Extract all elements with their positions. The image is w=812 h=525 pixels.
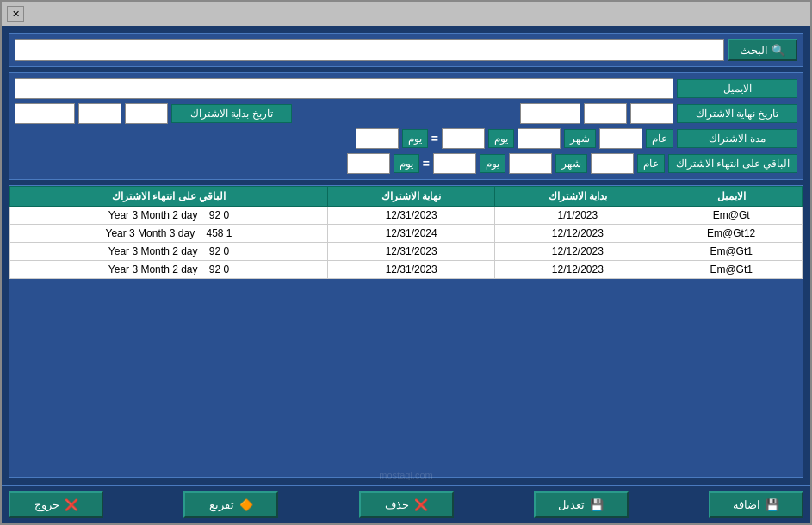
duration-day-to-input[interactable]	[356, 128, 399, 149]
cell-start: 12/12/2023	[495, 225, 660, 243]
day-label-1b: يوم	[402, 129, 428, 148]
table-row[interactable]: Em@Gt1 12/12/2023 12/31/2023 0 Year 3 Mo…	[10, 243, 803, 261]
cell-end: 12/31/2023	[328, 207, 495, 225]
email-input[interactable]	[15, 78, 673, 99]
duration-label: مدة الاشتراك	[677, 129, 797, 148]
day-label-2b: يوم	[394, 154, 419, 173]
year-label-1: عام	[646, 129, 673, 148]
duration-year-input[interactable]	[599, 128, 642, 149]
remaining-row: الباقي على انتهاء الاشتراك عام شهر يوم =…	[15, 153, 797, 174]
title-bar: ✕	[2, 2, 810, 26]
start-month-input[interactable]	[78, 103, 121, 124]
cell-email: Em@Gt1	[660, 243, 803, 261]
add-icon: 💾	[766, 498, 779, 511]
search-input[interactable]	[15, 39, 724, 61]
delete-icon: ❌	[414, 498, 428, 511]
empty-button[interactable]: 🔶 تفريغ	[183, 491, 278, 518]
cell-email: Em@Gt	[660, 207, 803, 225]
remaining-day-to-input[interactable]	[347, 153, 390, 174]
month-label-1: شهر	[564, 129, 596, 148]
table-row[interactable]: Em@Gt 1/1/2023 12/31/2023 0 Year 3 Month…	[10, 207, 803, 225]
cell-end: 12/31/2024	[328, 225, 495, 243]
equal-sign-2: =	[423, 157, 430, 170]
cell-email: Em@Gt12	[660, 225, 803, 243]
day-label-1: يوم	[488, 129, 514, 148]
cell-remaining: 0 Year 3 Month 2 day 92	[10, 243, 328, 261]
day-label-2: يوم	[480, 154, 505, 173]
delete-button[interactable]: ❌ حذف	[359, 491, 454, 518]
duration-day-from-input[interactable]	[442, 128, 485, 149]
remaining-year-input[interactable]	[591, 153, 634, 174]
start-year-input[interactable]	[15, 103, 75, 124]
end-month-input[interactable]	[584, 103, 627, 124]
cell-end: 12/31/2023	[328, 243, 495, 261]
search-icon: 🔍	[772, 44, 785, 57]
form-area: الايميل تاريخ نهاية الاشتراك تاريخ بداية…	[9, 72, 803, 180]
edit-button[interactable]: 💾 تعديل	[534, 491, 629, 518]
dates-row: تاريخ نهاية الاشتراك تاريخ بداية الاشترا…	[15, 103, 797, 124]
end-year-input[interactable]	[520, 103, 580, 124]
close-button[interactable]: ✕	[7, 6, 24, 22]
edit-icon: 💾	[590, 498, 604, 511]
bottom-bar: 💾 اضافة 💾 تعديل ❌ حذف 🔶 تفريغ ❌ خروج	[2, 485, 810, 523]
col-end: نهاية الاشتراك	[328, 187, 495, 207]
remaining-month-input[interactable]	[509, 153, 552, 174]
table-area: الايميل بداية الاشتراك نهاية الاشتراك ال…	[9, 185, 803, 478]
table-header-row: الايميل بداية الاشتراك نهاية الاشتراك ال…	[10, 187, 803, 207]
main-content: 🔍 البحث الايميل تاريخ نهاية الاشتراك تار…	[2, 26, 810, 485]
remaining-day-from-input[interactable]	[433, 153, 476, 174]
equal-sign-1: =	[431, 132, 438, 145]
remaining-label: الباقي على انتهاء الاشتراك	[668, 154, 797, 173]
start-day-input[interactable]	[125, 103, 168, 124]
table-row[interactable]: Em@Gt1 12/12/2023 12/31/2023 0 Year 3 Mo…	[10, 261, 803, 279]
add-button[interactable]: 💾 اضافة	[709, 491, 803, 518]
data-table: الايميل بداية الاشتراك نهاية الاشتراك ال…	[9, 186, 803, 279]
month-label-2: شهر	[555, 154, 587, 173]
email-row: الايميل	[15, 78, 797, 99]
empty-icon: 🔶	[239, 498, 253, 511]
end-date-label: تاريخ نهاية الاشتراك	[677, 104, 797, 123]
cell-remaining: 0 Year 3 Month 2 day 92	[10, 261, 328, 279]
duration-month-input[interactable]	[518, 128, 561, 149]
cell-email: Em@Gt1	[660, 261, 803, 279]
start-date-label: تاريخ بداية الاشتراك	[171, 104, 292, 123]
duration-row: مدة الاشتراك عام شهر يوم = يوم	[15, 128, 797, 149]
col-start: بداية الاشتراك	[495, 187, 660, 207]
cell-remaining: 1 Year 3 Month 3 day 458	[10, 225, 328, 243]
cell-end: 12/31/2023	[328, 261, 495, 279]
cell-start: 1/1/2023	[495, 207, 660, 225]
search-row: 🔍 البحث	[9, 33, 803, 67]
cell-start: 12/12/2023	[495, 243, 660, 261]
exit-icon: ❌	[65, 498, 78, 511]
exit-button[interactable]: ❌ خروج	[9, 491, 103, 518]
year-label-2: عام	[637, 154, 665, 173]
col-email: الايميل	[660, 187, 803, 207]
end-day-input[interactable]	[630, 103, 673, 124]
col-remaining: الباقي على انتهاء الاشتراك	[10, 187, 328, 207]
cell-remaining: 0 Year 3 Month 2 day 92	[10, 207, 328, 225]
search-button[interactable]: 🔍 البحث	[728, 39, 797, 61]
cell-start: 12/12/2023	[495, 261, 660, 279]
email-label: الايميل	[677, 79, 797, 98]
main-window: ✕ 🔍 البحث الايميل تاريخ نهاية الاشتراك	[0, 0, 812, 525]
table-row[interactable]: Em@Gt12 12/12/2023 12/31/2024 1 Year 3 M…	[10, 225, 803, 243]
